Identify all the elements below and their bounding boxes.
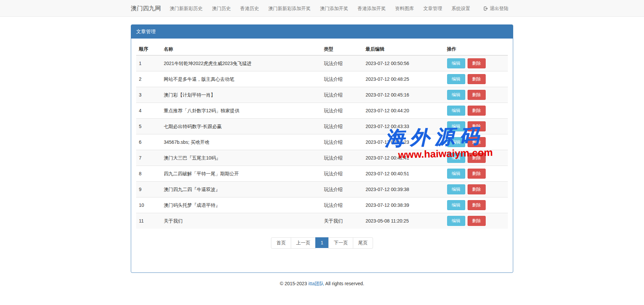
nav-item-label: 文章管理 — [423, 0, 442, 17]
nav-item-label: 香港历史 — [240, 0, 259, 17]
nav-item-label: 澳门添加开奖 — [320, 0, 348, 17]
articles-table: 顺序名称类型最后编辑操作 12021牛转乾坤2022虎虎生威2023兔飞猛进玩法… — [136, 44, 508, 229]
page-item[interactable]: 首页 — [271, 237, 291, 249]
delete-button[interactable]: 删除 — [468, 153, 486, 163]
edited-cell: 2023-07-12 00:45:16 — [363, 87, 444, 103]
type-cell: 玩法介绍 — [321, 87, 363, 103]
order-cell: 11 — [136, 213, 161, 229]
name-cell: 澳门码头托梦『成语平特』 — [161, 197, 321, 213]
page-item[interactable]: 尾页 — [353, 237, 373, 249]
nav-item-3[interactable]: 香港历史 — [235, 0, 264, 17]
nav-item-6[interactable]: 香港添加开奖 — [353, 0, 390, 17]
top-navbar: 澳门四九网 澳门新新彩历史澳门历史香港历史澳门新新彩添加开奖澳门添加开奖香港添加… — [0, 0, 644, 17]
edit-button[interactable]: 编辑 — [447, 153, 465, 163]
type-cell: 玩法介绍 — [321, 103, 363, 119]
delete-button[interactable]: 删除 — [468, 184, 486, 194]
name-cell: 34567b.sbs; 买啥开啥 — [161, 134, 321, 150]
edit-button[interactable]: 编辑 — [447, 200, 465, 210]
delete-button[interactable]: 删除 — [468, 200, 486, 210]
table-row: 10澳门码头托梦『成语平特』玩法介绍2023-07-12 00:38:39编辑删… — [136, 197, 508, 213]
nav-item-8[interactable]: 文章管理 — [419, 0, 447, 17]
order-cell: 4 — [136, 103, 161, 119]
actions-cell: 编辑删除 — [444, 182, 508, 197]
delete-button[interactable]: 删除 — [468, 106, 486, 116]
edit-button[interactable]: 编辑 — [447, 90, 465, 100]
page-item[interactable]: 下一页 — [328, 237, 353, 249]
actions-cell: 编辑删除 — [444, 134, 508, 150]
nav-item-label: 澳门新新彩历史 — [170, 0, 203, 17]
delete-button[interactable]: 删除 — [468, 137, 486, 147]
order-cell: 1 — [136, 55, 161, 71]
brand[interactable]: 澳门四九网 — [131, 0, 165, 17]
order-cell: 6 — [136, 134, 161, 150]
nav-item-2[interactable]: 澳门历史 — [207, 0, 235, 17]
name-cell: 七期必出特码数字-长跟必赢 — [161, 119, 321, 134]
type-cell: 玩法介绍 — [321, 55, 363, 71]
edit-button[interactable]: 编辑 — [447, 74, 465, 84]
edited-cell: 2023-07-12 00:43:33 — [363, 119, 444, 134]
name-cell: 澳门彩【计划平特一肖】 — [161, 87, 321, 103]
footer: © 2015-2023 itta团队 All rights reserved. — [131, 281, 513, 287]
edit-button[interactable]: 编辑 — [447, 137, 465, 147]
delete-button[interactable]: 删除 — [468, 74, 486, 84]
table-row: 4重点推荐「八卦数字12码」独家提供玩法介绍2023-07-12 00:44:2… — [136, 103, 508, 119]
edited-cell: 2023-07-12 00:42:41 — [363, 150, 444, 166]
edit-button[interactable]: 编辑 — [447, 106, 465, 116]
page-item[interactable]: 上一页 — [291, 237, 316, 249]
nav-item-label: 系统设置 — [451, 0, 470, 17]
table-row: 11关于我们关于我们2023-05-08 11:20:25编辑删除 — [136, 213, 508, 229]
page-item-current[interactable]: 1 — [315, 237, 329, 248]
panel-title: 文章管理 — [131, 25, 513, 39]
delete-button[interactable]: 删除 — [468, 90, 486, 100]
pagination-wrap: 首页上一页1下一页尾页 — [136, 237, 508, 249]
name-cell: 重点推荐「八卦数字12码」独家提供 — [161, 103, 321, 119]
column-header: 最后编辑 — [363, 44, 444, 55]
type-cell: 玩法介绍 — [321, 71, 363, 87]
footer-suffix: All rights reserved. — [324, 281, 364, 286]
delete-button[interactable]: 删除 — [468, 216, 486, 226]
name-cell: 关于我们 — [161, 213, 321, 229]
name-cell: 2021牛转乾坤2022虎虎生威2023兔飞猛进 — [161, 55, 321, 71]
edit-button[interactable]: 编辑 — [447, 184, 465, 194]
order-cell: 5 — [136, 119, 161, 134]
nav-item-5[interactable]: 澳门添加开奖 — [315, 0, 353, 17]
nav-item-label: 香港添加开奖 — [358, 0, 386, 17]
actions-cell: 编辑删除 — [444, 55, 508, 71]
pagination: 首页上一页1下一页尾页 — [271, 237, 373, 249]
order-cell: 2 — [136, 71, 161, 87]
actions-cell: 编辑删除 — [444, 119, 508, 134]
table-row: 9澳门四九二四『牛逼双波』玩法介绍2023-07-12 00:39:38编辑删除 — [136, 182, 508, 197]
nav-item-1[interactable]: 澳门新新彩历史 — [165, 0, 207, 17]
nav-item-10[interactable]: 退出登陆 — [478, 0, 513, 17]
actions-cell: 编辑删除 — [444, 150, 508, 166]
delete-button[interactable]: 删除 — [468, 121, 486, 131]
table-row: 3澳门彩【计划平特一肖】玩法介绍2023-07-12 00:45:16编辑删除 — [136, 87, 508, 103]
nav-item-label: 资料图库 — [395, 0, 414, 17]
nav-item-9[interactable]: 系统设置 — [447, 0, 475, 17]
edit-button[interactable]: 编辑 — [447, 58, 465, 68]
edit-button[interactable]: 编辑 — [447, 169, 465, 179]
order-cell: 8 — [136, 166, 161, 182]
type-cell: 玩法介绍 — [321, 197, 363, 213]
actions-cell: 编辑删除 — [444, 197, 508, 213]
table-row: 12021牛转乾坤2022虎虎生威2023兔飞猛进玩法介绍2023-07-12 … — [136, 55, 508, 71]
delete-button[interactable]: 删除 — [468, 169, 486, 179]
nav-item-7[interactable]: 资料图库 — [390, 0, 419, 17]
edit-button[interactable]: 编辑 — [447, 216, 465, 226]
nav-item-4[interactable]: 澳门新新彩添加开奖 — [264, 0, 315, 17]
nav-item-label: 退出登陆 — [490, 0, 508, 17]
logout-icon — [483, 6, 488, 11]
table-header-row: 顺序名称类型最后编辑操作 — [136, 44, 508, 55]
delete-button[interactable]: 删除 — [468, 58, 486, 68]
actions-cell: 编辑删除 — [444, 166, 508, 182]
footer-team-link[interactable]: itta团队 — [308, 281, 324, 286]
order-cell: 9 — [136, 182, 161, 197]
order-cell: 10 — [136, 197, 161, 213]
table-row: 8四九二四破解「平特一尾」期期公开玩法介绍2023-07-12 00:40:51… — [136, 166, 508, 182]
type-cell: 关于我们 — [321, 213, 363, 229]
name-cell: 澳门大三巴『五尾主10码』 — [161, 150, 321, 166]
actions-cell: 编辑删除 — [444, 71, 508, 87]
actions-cell: 编辑删除 — [444, 213, 508, 229]
edited-cell: 2023-05-08 11:20:25 — [363, 213, 444, 229]
edit-button[interactable]: 编辑 — [447, 121, 465, 131]
